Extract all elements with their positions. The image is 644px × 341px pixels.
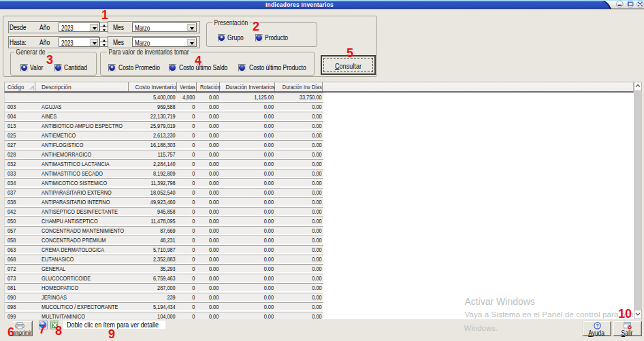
svg-text:?: ? <box>596 323 599 329</box>
